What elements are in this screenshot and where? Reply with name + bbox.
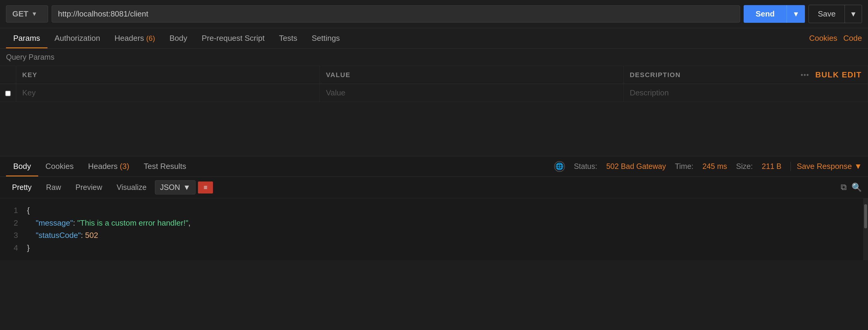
desc-col-header: DESCRIPTION ••• Bulk Edit bbox=[623, 66, 868, 84]
headers-badge: (6) bbox=[146, 34, 155, 42]
tab-params[interactable]: Params bbox=[6, 28, 48, 48]
method-label: GET bbox=[12, 9, 28, 19]
size-value: 211 B bbox=[762, 162, 781, 171]
save-button[interactable]: Save bbox=[809, 5, 844, 23]
send-button[interactable]: Send bbox=[744, 5, 787, 23]
time-value: 245 ms bbox=[703, 162, 727, 171]
response-tab-body[interactable]: Body bbox=[6, 156, 38, 176]
line-num-3: 3 bbox=[9, 229, 18, 242]
response-area: Body Cookies Headers (3) Test Results 🌐 … bbox=[0, 156, 868, 260]
response-tab-headers[interactable]: Headers (3) bbox=[81, 156, 136, 176]
code-content-1: { bbox=[27, 204, 30, 217]
tab-headers[interactable]: Headers (6) bbox=[107, 28, 162, 48]
wrap-icon[interactable]: ≡ bbox=[198, 182, 213, 194]
table-row: Key Value Description bbox=[0, 84, 868, 102]
row-checkbox[interactable] bbox=[0, 84, 16, 102]
cookies-link[interactable]: Cookies bbox=[809, 34, 837, 43]
code-line-4: 4 } bbox=[9, 242, 859, 254]
empty-area bbox=[0, 102, 868, 156]
format-tab-preview[interactable]: Preview bbox=[69, 180, 108, 194]
key-cell[interactable]: Key bbox=[16, 84, 320, 102]
tab-right-links: Cookies Code bbox=[809, 34, 862, 43]
more-options-icon[interactable]: ••• bbox=[801, 71, 809, 79]
line-num-2: 2 bbox=[9, 217, 18, 230]
code-line-3: 3 "statusCode": 502 bbox=[9, 229, 859, 242]
value-cell[interactable]: Value bbox=[320, 84, 623, 102]
tab-tests[interactable]: Tests bbox=[272, 28, 305, 48]
format-chevron-icon: ▼ bbox=[183, 183, 191, 192]
checkbox-col-header bbox=[0, 66, 16, 84]
tab-body[interactable]: Body bbox=[162, 28, 194, 48]
line-num-4: 4 bbox=[9, 242, 18, 254]
format-right-icons: ⧉ 🔍 bbox=[841, 183, 862, 192]
code-content-2: "message": "This is a custom error handl… bbox=[27, 217, 190, 230]
tab-authorization[interactable]: Authorization bbox=[48, 28, 107, 48]
response-tab-testresults[interactable]: Test Results bbox=[136, 156, 193, 176]
tab-settings[interactable]: Settings bbox=[305, 28, 347, 48]
row-checkbox-input[interactable] bbox=[5, 91, 10, 96]
method-chevron-icon: ▼ bbox=[31, 10, 37, 18]
desc-cell[interactable]: Description bbox=[623, 84, 868, 102]
format-tab-raw[interactable]: Raw bbox=[40, 180, 67, 194]
save-dropdown-button[interactable]: ▼ bbox=[844, 5, 862, 23]
time-label: Time: bbox=[675, 162, 693, 171]
code-link[interactable]: Code bbox=[843, 34, 862, 43]
search-icon[interactable]: 🔍 bbox=[851, 183, 862, 192]
save-response-button[interactable]: Save Response ▼ bbox=[790, 162, 862, 171]
scrollbar-track[interactable] bbox=[863, 198, 868, 260]
code-line-1: 1 { bbox=[9, 204, 859, 217]
status-value: 502 Bad Gateway bbox=[606, 162, 666, 171]
code-area: 1 { 2 "message": "This is a custom error… bbox=[0, 198, 868, 260]
key-col-header: KEY bbox=[16, 66, 320, 84]
tab-prerequest[interactable]: Pre-request Script bbox=[194, 28, 272, 48]
url-input[interactable] bbox=[52, 5, 740, 23]
format-tab-pretty[interactable]: Pretty bbox=[6, 180, 37, 194]
save-btn-group: Save ▼ bbox=[809, 5, 862, 23]
line-num-1: 1 bbox=[9, 204, 18, 217]
value-col-header: VALUE bbox=[320, 66, 623, 84]
query-params-label: Query Params bbox=[0, 48, 868, 66]
response-tabs: Body Cookies Headers (3) Test Results 🌐 … bbox=[0, 156, 868, 177]
send-btn-group: Send ▼ bbox=[744, 5, 805, 23]
format-select[interactable]: JSON ▼ bbox=[155, 180, 195, 194]
scrollbar-thumb[interactable] bbox=[864, 204, 867, 228]
code-line-2: 2 "message": "This is a custom error han… bbox=[9, 217, 859, 230]
status-label: Status: bbox=[574, 162, 597, 171]
format-bar: Pretty Raw Preview Visualize JSON ▼ ≡ ⧉ … bbox=[0, 177, 868, 198]
save-response-chevron-icon: ▼ bbox=[854, 162, 862, 171]
url-bar: GET ▼ Send ▼ Save ▼ bbox=[0, 0, 868, 28]
response-tab-cookies[interactable]: Cookies bbox=[38, 156, 81, 176]
code-content-3: "statusCode": 502 bbox=[27, 229, 98, 242]
bulk-edit-link[interactable]: Bulk Edit bbox=[815, 70, 862, 79]
code-content-4: } bbox=[27, 242, 30, 254]
response-headers-badge: (3) bbox=[120, 162, 129, 171]
size-label: Size: bbox=[736, 162, 753, 171]
copy-icon[interactable]: ⧉ bbox=[841, 183, 847, 192]
params-table: KEY VALUE DESCRIPTION ••• Bulk Edit Key bbox=[0, 66, 868, 102]
params-table-header: KEY VALUE DESCRIPTION ••• Bulk Edit bbox=[0, 66, 868, 84]
response-status-bar: 🌐 Status: 502 Bad Gateway Time: 245 ms S… bbox=[554, 161, 862, 172]
method-select[interactable]: GET ▼ bbox=[6, 5, 48, 23]
globe-icon: 🌐 bbox=[554, 161, 565, 172]
request-tabs: Params Authorization Headers (6) Body Pr… bbox=[0, 28, 868, 48]
format-tab-visualize[interactable]: Visualize bbox=[111, 180, 153, 194]
send-dropdown-button[interactable]: ▼ bbox=[786, 5, 805, 23]
